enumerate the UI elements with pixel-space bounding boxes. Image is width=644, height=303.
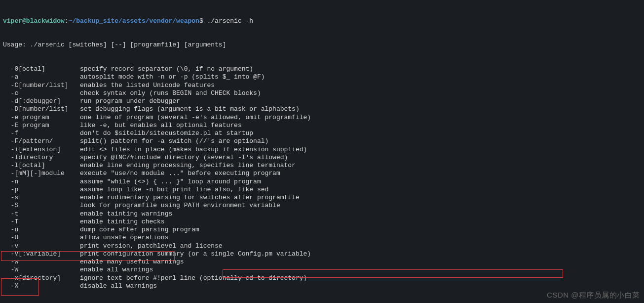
command-1: ./arsenic -h bbox=[203, 17, 253, 25]
prompt-at: @ bbox=[22, 17, 26, 25]
flag-line: -C[number/list] enables the listed Unico… bbox=[0, 82, 644, 89]
flag-line: -[mM][-]module execute "use/no module ..… bbox=[0, 170, 644, 177]
flag-line: -l[octal] enable line ending processing,… bbox=[0, 162, 644, 170]
flag-line: -u dump core after parsing program bbox=[0, 226, 644, 234]
watermark: CSDN @程序员属的小白菜 bbox=[547, 291, 640, 300]
flag-line: -0[octal] specify record separator (\0, … bbox=[0, 65, 644, 73]
prompt-colon: : bbox=[65, 17, 69, 25]
flags-list: -0[octal] specify record separator (\0, … bbox=[0, 65, 644, 290]
flag-line: -Idirectory specify @INC/#include direct… bbox=[0, 154, 644, 162]
flag-line: -S look for programfile using PATH envir… bbox=[0, 202, 644, 210]
flag-line: -T enable tainting checks bbox=[0, 218, 644, 226]
flag-line: -a autosplit mode with -n or -p (splits … bbox=[0, 73, 644, 81]
flag-line: -f don't do $sitelib/sitecustomize.pl at… bbox=[0, 130, 644, 137]
flag-line: -X disable all warnings bbox=[0, 282, 644, 290]
flag-line: -v print version, patchlevel and license bbox=[0, 242, 644, 250]
flag-line: -d[:debugger] run program under debugger bbox=[0, 97, 644, 105]
flag-line: -s enable rudimentary parsing for switch… bbox=[0, 194, 644, 202]
flag-line: -c check syntax only (runs BEGIN and CHE… bbox=[0, 89, 644, 97]
flag-line: -V[:variable] print configuration summar… bbox=[0, 250, 644, 258]
flag-line: -w enable many useful warnings bbox=[0, 258, 644, 266]
flag-line: -W enable all warnings bbox=[0, 266, 644, 274]
flag-line: -i[extension] edit <> files in place (ma… bbox=[0, 146, 644, 154]
terminal-output[interactable]: viper@blackwidow:~/backup_site/assets/ve… bbox=[0, 1, 644, 303]
flag-line: -E program like -e, but enables all opti… bbox=[0, 122, 644, 130]
flag-line: -D[number/list] set debugging flags (arg… bbox=[0, 105, 644, 113]
flag-line: -e program one line of program (several … bbox=[0, 114, 644, 122]
prompt-host: blackwidow bbox=[26, 17, 65, 25]
flag-line: -t enable tainting warnings bbox=[0, 210, 644, 218]
prompt-path: ~/backup_site/assets/vendor/weapon bbox=[69, 17, 199, 25]
flag-line: -x[directory] ignore text before #!perl … bbox=[0, 274, 644, 282]
prompt-dollar: $ bbox=[199, 17, 203, 25]
usage-line: Usage: ./arsenic [switches] [--] [progra… bbox=[0, 41, 644, 49]
flag-line: -U allow unsafe operations bbox=[0, 234, 644, 242]
flag-line: -p assume loop like -n but print line al… bbox=[0, 186, 644, 194]
flag-line: -F/pattern/ split() pattern for -a switc… bbox=[0, 137, 644, 145]
prompt-user: viper bbox=[3, 17, 22, 25]
prompt-line-1: viper@blackwidow:~/backup_site/assets/ve… bbox=[0, 17, 644, 25]
flag-line: -n assume "while (<>) { ... }" loop arou… bbox=[0, 178, 644, 186]
